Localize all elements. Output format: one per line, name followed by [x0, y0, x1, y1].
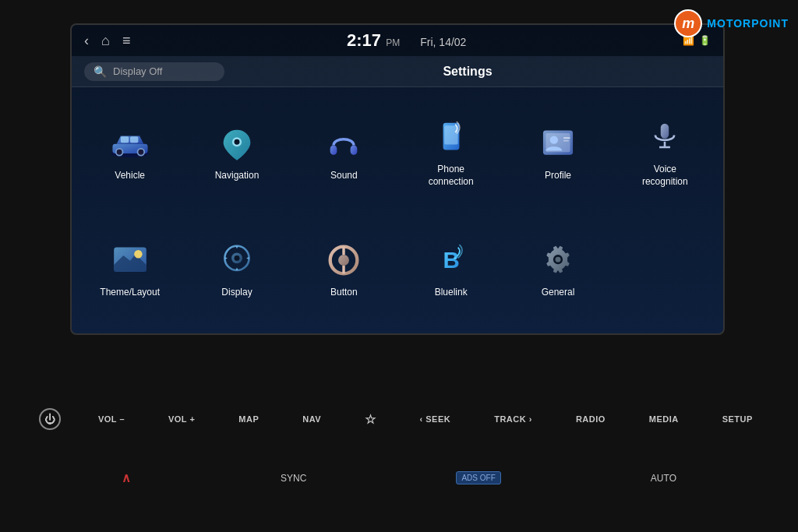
vol-minus-button[interactable]: VOL –	[92, 410, 131, 428]
settings-title: Settings	[224, 65, 711, 79]
theme-layout-icon	[107, 239, 154, 282]
settings-item-vehicle[interactable]: Vehicle	[78, 95, 182, 209]
nav-button[interactable]: NAV	[296, 410, 327, 428]
date-display: Fri, 14/02	[420, 36, 466, 48]
bluelink-label: Bluelink	[435, 287, 468, 299]
settings-item-display[interactable]: Display	[185, 212, 288, 326]
bezel: m MOTORPOINT ‹ ⌂ ≡ 2:17 PM Fri, 14/02 📶 …	[0, 0, 798, 532]
settings-item-theme-layout[interactable]: Theme/Layout	[78, 212, 182, 326]
settings-item-bluelink[interactable]: B Bluelink	[399, 212, 503, 326]
voice-recognition-icon	[641, 116, 688, 159]
svg-point-26	[338, 255, 349, 266]
svg-rect-8	[330, 146, 337, 155]
theme-layout-label: Theme/Layout	[100, 287, 160, 299]
status-bar: ‹ ⌂ ≡ 2:17 PM Fri, 14/02 📶 🔋	[72, 25, 723, 56]
svg-point-24	[235, 255, 240, 261]
vol-plus-button[interactable]: VOL +	[162, 410, 201, 428]
back-button[interactable]: ‹	[84, 33, 89, 49]
motorpoint-icon: m	[674, 9, 702, 37]
display-icon	[214, 239, 260, 282]
phone-connection-label: Phone connection	[429, 164, 474, 188]
navigation-icon	[214, 122, 260, 165]
setup-button[interactable]: SETUP	[716, 410, 759, 428]
settings-item-general[interactable]: General	[506, 212, 609, 326]
bluelink-icon: B	[428, 239, 475, 282]
sound-icon	[320, 122, 367, 165]
svg-point-7	[235, 139, 240, 145]
navigation-label: Navigation	[215, 170, 260, 182]
settings-item-phone-connection[interactable]: Phone connection	[399, 95, 503, 209]
settings-item-button[interactable]: Button	[292, 212, 396, 326]
track-forward-button[interactable]: TRACK ›	[488, 410, 538, 428]
favorite-button[interactable]: ☆	[358, 407, 383, 432]
svg-rect-3	[130, 137, 138, 143]
sound-label: Sound	[330, 170, 358, 182]
svg-point-21	[134, 250, 142, 258]
settings-item-voice-recognition[interactable]: Voice recognition	[613, 95, 717, 209]
main-screen: ‹ ⌂ ≡ 2:17 PM Fri, 14/02 📶 🔋 🔍 Display O…	[70, 23, 725, 335]
menu-button[interactable]: ≡	[122, 33, 131, 49]
time-area: 2:17 PM Fri, 14/02	[130, 30, 683, 51]
vehicle-icon	[107, 122, 154, 165]
vehicle-label: Vehicle	[115, 170, 145, 182]
general-icon	[535, 239, 581, 282]
auto-label: AUTO	[651, 473, 676, 484]
settings-grid: Vehicle	[72, 87, 723, 333]
power-button[interactable]: ⏻	[39, 408, 61, 430]
voice-recognition-label: Voice recognition	[642, 164, 688, 188]
svg-rect-11	[444, 126, 457, 145]
media-button[interactable]: MEDIA	[643, 410, 685, 428]
time-display: 2:17 PM	[347, 30, 404, 50]
svg-point-32	[556, 257, 561, 262]
svg-text:B: B	[443, 247, 459, 273]
svg-point-5	[137, 149, 144, 156]
settings-item-profile[interactable]: Profile	[506, 95, 609, 209]
search-area[interactable]: 🔍 Display Off	[84, 62, 224, 81]
motorpoint-name: MOTORPOINT	[707, 17, 789, 30]
physical-buttons-row: ⏻ VOL – VOL + MAP NAV ☆ ‹ SEEK TRACK › R…	[0, 400, 798, 439]
radio-button[interactable]: RADIO	[570, 410, 612, 428]
seek-back-button[interactable]: ‹ SEEK	[414, 410, 457, 428]
nav-buttons: ‹ ⌂ ≡	[84, 33, 130, 49]
ads-off-button[interactable]: ADS OFF	[456, 471, 500, 484]
home-button[interactable]: ⌂	[101, 33, 110, 49]
svg-rect-2	[121, 137, 129, 143]
svg-rect-17	[661, 124, 669, 139]
svg-rect-16	[563, 140, 569, 142]
title-bar: 🔍 Display Off Settings	[72, 56, 723, 87]
profile-icon	[535, 122, 581, 165]
chevron-up-button[interactable]: ∧	[122, 470, 131, 485]
display-off-label: Display Off	[113, 65, 162, 77]
svg-rect-15	[563, 137, 570, 139]
svg-point-14	[550, 136, 558, 144]
general-label: General	[542, 287, 575, 299]
profile-label: Profile	[545, 170, 571, 182]
search-icon: 🔍	[94, 65, 107, 78]
button-icon	[320, 239, 367, 282]
map-button[interactable]: MAP	[232, 410, 265, 428]
button-label: Button	[330, 287, 358, 299]
display-label: Display	[221, 287, 252, 299]
bottom-row: ∧ SYNC ADS OFF AUTO	[0, 470, 798, 485]
svg-point-4	[115, 149, 122, 156]
svg-rect-9	[351, 146, 358, 155]
sync-label: SYNC	[281, 473, 306, 484]
settings-item-navigation[interactable]: Navigation	[185, 95, 288, 209]
settings-item-sound[interactable]: Sound	[292, 95, 396, 209]
svg-point-30	[454, 257, 456, 259]
phone-connection-icon	[428, 116, 475, 159]
motorpoint-logo: m MOTORPOINT	[674, 9, 789, 37]
